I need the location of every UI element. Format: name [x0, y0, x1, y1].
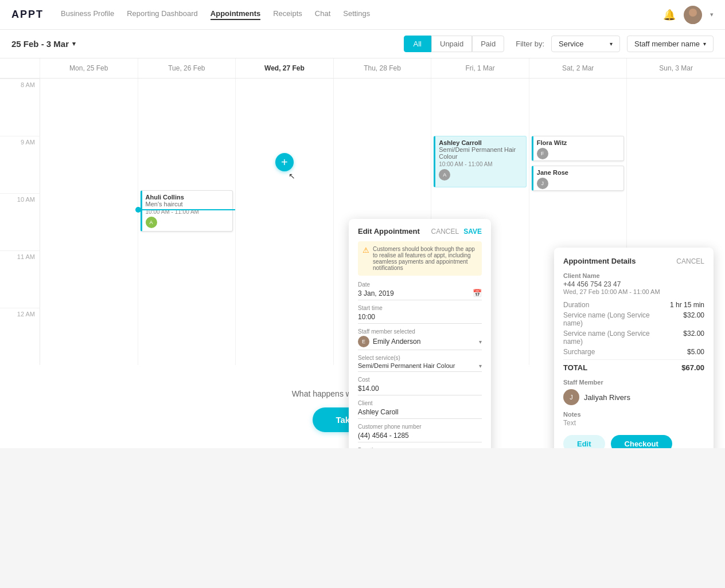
- details-duration-row: Duration 1 hr 15 min: [563, 301, 704, 309]
- edit-cancel-btn[interactable]: CANCEL: [431, 228, 459, 236]
- staff-chevron[interactable]: ▾: [479, 339, 482, 345]
- edit-save-btn[interactable]: SAVE: [463, 228, 482, 236]
- day-header-tue: Tue, 26 Feb: [138, 58, 236, 78]
- day-header-sat: Sat, 2 Mar: [529, 58, 627, 78]
- appointment-details-panel: Appointment Details CANCEL Client Name +…: [554, 248, 714, 448]
- appt-jane-rose[interactable]: Jane Rose J: [532, 166, 625, 191]
- filter-unpaid[interactable]: Unpaid: [431, 36, 472, 52]
- total-value: $67.00: [681, 363, 704, 372]
- staff-label: Staff member selected: [358, 328, 482, 335]
- date-label: Date: [358, 281, 482, 288]
- phone-field: Customer phone number (44) 4564 - 1285: [358, 424, 482, 442]
- day-header-fri: Fri, 1 Mar: [431, 58, 529, 78]
- service2-price: $32.00: [683, 330, 704, 346]
- service-chevron: ▾: [610, 41, 613, 47]
- service2-row: Service name (Long Service name) $32.00: [563, 330, 704, 346]
- nav-links: Business Profile Reporting Dashboard App…: [61, 9, 663, 20]
- staff-field: Staff member selected E Emily Anderson ▾: [358, 328, 482, 350]
- client-field: Client Ashley Caroll: [358, 400, 482, 419]
- edit-panel-title: Edit Appointment: [358, 227, 420, 236]
- notes-section-label: Notes: [563, 411, 704, 418]
- appt-avatar: A: [439, 169, 450, 181]
- app-logo: APPT: [11, 9, 44, 21]
- surcharge-row: Surcharge $5.00: [563, 348, 704, 356]
- phone-label: Customer phone number: [358, 424, 482, 430]
- current-time-line: [138, 209, 236, 210]
- avatar[interactable]: [684, 6, 702, 24]
- client-section: Client Name +44 456 754 23 47 Wed, 27 Fe…: [563, 272, 704, 295]
- appt-name: Jane Rose: [537, 169, 621, 176]
- cost-value[interactable]: $14.00: [358, 385, 379, 393]
- action-buttons: Edit Checkout: [563, 435, 704, 448]
- staff-chevron: ▾: [703, 41, 706, 47]
- edit-panel-header: Edit Appointment CANCEL SAVE: [358, 227, 482, 236]
- staff-section-label: Staff Member: [563, 379, 704, 386]
- cursor-icon: ↖: [289, 171, 295, 181]
- avatar-chevron[interactable]: ▾: [710, 11, 714, 18]
- start-time-value[interactable]: 10:00: [358, 313, 375, 321]
- nav-reporting[interactable]: Reporting Dashboard: [127, 9, 198, 20]
- main-wrapper: Mon, 25 Feb Tue, 26 Feb Wed, 27 Feb Thu,…: [0, 58, 725, 448]
- service2-name: Service name (Long Service name): [563, 330, 666, 346]
- time-header-spacer: [0, 58, 40, 78]
- service1-name: Service name (Long Service name): [563, 311, 666, 327]
- details-header: Appointment Details CANCEL: [563, 257, 704, 265]
- details-cancel-btn[interactable]: CANCEL: [676, 257, 704, 265]
- date-value[interactable]: 3 Jan, 2019: [358, 289, 394, 297]
- details-title: Appointment Details: [563, 257, 636, 265]
- day-header-mon: Mon, 25 Feb: [40, 58, 138, 78]
- staff-member-avatar: J: [563, 389, 579, 405]
- nav-appointments[interactable]: Appointments: [211, 9, 260, 20]
- add-appointment-button[interactable]: +: [275, 153, 294, 171]
- client-value[interactable]: Ashley Caroll: [358, 408, 399, 416]
- service-name-value: Semi/Demi Permanent Hair Colour: [358, 362, 455, 369]
- nav-chat[interactable]: Chat: [315, 9, 330, 20]
- filter-all[interactable]: All: [404, 36, 431, 52]
- time-10am: 10 AM: [0, 193, 40, 250]
- appt-ashley-carroll[interactable]: Ashley Carroll Semi/Demi Permanent Hair …: [434, 136, 527, 187]
- phone-value[interactable]: (44) 4564 - 1285: [358, 432, 409, 440]
- start-time-label: Start time: [358, 305, 482, 311]
- edit-button[interactable]: Edit: [563, 435, 605, 448]
- surcharge-label: Surcharge: [563, 348, 595, 356]
- start-time-field: Start time 10:00: [358, 305, 482, 324]
- service-dropdown[interactable]: Service ▾: [551, 36, 620, 52]
- staff-avatar: E: [358, 336, 369, 347]
- appt-ahuli-collins[interactable]: Ahuli Collins Men's haircut 10:00 AM - 1…: [141, 190, 233, 232]
- notes-section: Notes Text: [563, 411, 704, 427]
- time-11am: 11 AM: [0, 250, 40, 308]
- notification-icon[interactable]: 🔔: [663, 9, 676, 21]
- date-range-picker[interactable]: 25 Feb - 3 Mar ▾: [11, 39, 76, 49]
- appt-name: Ashley Carroll: [439, 139, 523, 146]
- service-chevron[interactable]: ▾: [479, 363, 482, 369]
- duration-key: Duration: [563, 301, 589, 309]
- day-col-wed[interactable]: + ↖: [236, 79, 334, 365]
- client-phone: +44 456 754 23 47: [563, 280, 704, 288]
- appt-service: Semi/Demi Permanent Hair Colour: [439, 146, 523, 160]
- service1-row: Service name (Long Service name) $32.00: [563, 311, 704, 327]
- client-section-label: Client Name: [563, 272, 704, 279]
- appt-name: Ahuli Collins: [146, 194, 229, 201]
- duration-label: Duration: [358, 447, 482, 448]
- svg-point-1: [686, 18, 700, 24]
- time-9am: 9 AM: [0, 136, 40, 193]
- day-header-wed: Wed, 27 Feb: [236, 58, 334, 78]
- nav-settings[interactable]: Settings: [343, 9, 370, 20]
- staff-member-name: Jaliyah Rivers: [584, 393, 630, 402]
- nav-receipts[interactable]: Receipts: [273, 9, 302, 20]
- warning-text: Customers should book through the app to…: [373, 246, 477, 271]
- nav-icons: 🔔 ▾: [663, 6, 714, 24]
- staff-dropdown[interactable]: Staff member name ▾: [627, 36, 714, 52]
- time-column: 8 AM 9 AM 10 AM 11 AM 12 AM: [0, 79, 40, 365]
- day-col-mon[interactable]: [40, 79, 138, 365]
- filter-paid[interactable]: Paid: [472, 36, 504, 52]
- calendar-icon[interactable]: 📅: [473, 289, 482, 297]
- notes-value: Text: [563, 419, 704, 427]
- duration-field: Duration − 1 hr 15 min +: [358, 447, 482, 448]
- appt-flora-witz[interactable]: Flora Witz F: [532, 136, 625, 161]
- day-col-tue[interactable]: Ahuli Collins Men's haircut 10:00 AM - 1…: [138, 79, 236, 365]
- checkout-button[interactable]: Checkout: [611, 435, 672, 448]
- top-nav: APPT Business Profile Reporting Dashboar…: [0, 0, 725, 30]
- nav-business-profile[interactable]: Business Profile: [61, 9, 114, 20]
- cost-label: Cost: [358, 377, 482, 383]
